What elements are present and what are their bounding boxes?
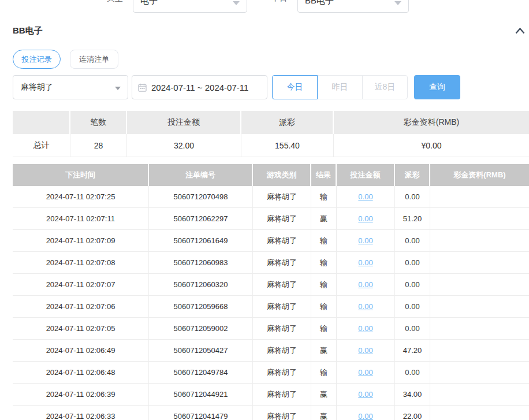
payout-cell: 0.00	[395, 362, 430, 384]
bonus-cell	[430, 186, 529, 208]
bet-amount-link[interactable]: 0.00	[358, 280, 372, 289]
result-cell: 输	[311, 186, 337, 208]
result-cell: 赢	[311, 384, 337, 406]
chevron-down-icon	[115, 87, 121, 90]
bet-amount-link[interactable]: 0.00	[358, 346, 372, 355]
type-select[interactable]: 电子	[133, 0, 247, 13]
bet-amount-link[interactable]: 0.00	[358, 390, 372, 399]
bet-amount-cell: 0.00	[337, 186, 395, 208]
table-row: 2024-07-11 02:07:095060712061649麻将胡了输0.0…	[13, 230, 529, 252]
result-cell: 赢	[311, 340, 337, 362]
payout-cell: 51.20	[395, 208, 430, 230]
bonus-cell	[430, 296, 529, 318]
date-range-input[interactable]: 2024-07-11 ~ 2024-07-11	[132, 75, 267, 99]
bet-amount-link[interactable]: 0.00	[358, 368, 372, 377]
game-type-cell: 麻将胡了	[253, 406, 311, 420]
header-result: 结果	[311, 164, 337, 186]
bet-time-cell: 2024-07-11 02:06:49	[13, 340, 149, 362]
game-type-cell: 麻将胡了	[253, 384, 311, 406]
last-8-days-button[interactable]: 近8日	[362, 75, 408, 99]
payout-cell: 0.00	[395, 230, 430, 252]
bonus-cell	[430, 384, 529, 406]
summary-header-count: 笔数	[70, 111, 127, 134]
header-bonus: 彩金资料(RMB)	[430, 164, 529, 186]
tab-cancelled-orders-label: 连消注单	[79, 54, 109, 65]
collapse-section-button[interactable]	[514, 25, 526, 36]
quick-date-group: 今日 昨日 近8日	[272, 75, 408, 99]
summary-total-payout: 155.40	[241, 134, 334, 157]
summary-table: 笔数 投注金额 派彩 彩金资料(RMB) 总计 28 32.00 155.40 …	[13, 111, 529, 157]
bet-amount-cell: 0.00	[337, 340, 395, 362]
payout-cell: 0.00	[395, 252, 430, 274]
order-no-cell: 5060712070498	[149, 186, 253, 208]
search-button[interactable]: 查询	[414, 75, 460, 99]
game-type-cell: 麻将胡了	[253, 296, 311, 318]
result-cell: 输	[311, 252, 337, 274]
result-cell: 输	[311, 274, 337, 296]
bonus-cell	[430, 252, 529, 274]
bet-amount-link[interactable]: 0.00	[358, 236, 372, 245]
tab-cancelled-orders[interactable]: 连消注单	[70, 50, 118, 69]
header-bet-time: 下注时间	[13, 164, 149, 186]
order-no-cell: 5060712059002	[149, 318, 253, 340]
game-type-cell: 麻将胡了	[253, 274, 311, 296]
bonus-cell	[430, 208, 529, 230]
bet-amount-link[interactable]: 0.00	[358, 324, 372, 333]
header-game-type: 游戏类别	[253, 164, 311, 186]
payout-cell: 47.20	[395, 340, 430, 362]
bet-amount-link[interactable]: 0.00	[358, 192, 372, 201]
bet-amount-cell: 0.00	[337, 208, 395, 230]
bet-time-cell: 2024-07-11 02:07:06	[13, 296, 149, 318]
game-type-cell: 麻将胡了	[253, 230, 311, 252]
result-cell: 输	[311, 296, 337, 318]
bet-records-page: 类型 电子 平台 BB电子 BB电子 投注记录 连消注单 麻将胡了	[0, 0, 529, 420]
bet-table-body: 2024-07-11 02:07:255060712070498麻将胡了输0.0…	[13, 186, 529, 420]
summary-total-count: 28	[70, 134, 127, 157]
payout-cell: 22.00	[395, 406, 430, 420]
bet-amount-link[interactable]: 0.00	[358, 302, 372, 311]
payout-cell: 0.00	[395, 274, 430, 296]
summary-total-bonus: ¥0.00	[334, 134, 529, 157]
order-no-cell: 5060712059668	[149, 296, 253, 318]
yesterday-button[interactable]: 昨日	[317, 75, 363, 99]
game-type-cell: 麻将胡了	[253, 186, 311, 208]
result-cell: 赢	[311, 406, 337, 420]
table-row: 2024-07-11 02:06:335060712041479麻将胡了赢0.0…	[13, 406, 529, 420]
bet-amount-link[interactable]: 0.00	[358, 214, 372, 223]
tab-bet-records-label: 投注记录	[22, 54, 52, 65]
bet-amount-link[interactable]: 0.00	[358, 258, 372, 267]
order-no-cell: 5060712041479	[149, 406, 253, 420]
bonus-cell	[430, 340, 529, 362]
platform-select[interactable]: BB电子	[297, 0, 409, 13]
game-type-cell: 麻将胡了	[253, 318, 311, 340]
game-type-cell: 麻将胡了	[253, 208, 311, 230]
calendar-icon	[138, 83, 147, 92]
platform-label: 平台	[271, 0, 288, 3]
bonus-cell	[430, 406, 529, 420]
bet-time-cell: 2024-07-11 02:07:08	[13, 252, 149, 274]
summary-header-bonus: 彩金资料(RMB)	[334, 111, 529, 134]
chevron-down-icon	[233, 1, 240, 5]
summary-total-bet-amount: 32.00	[127, 134, 241, 157]
order-no-cell: 5060712050427	[149, 340, 253, 362]
header-payout: 派彩	[395, 164, 430, 186]
order-no-cell: 5060712060983	[149, 252, 253, 274]
game-type-cell: 麻将胡了	[253, 362, 311, 384]
table-row: 2024-07-11 02:06:395060712044921麻将胡了赢0.0…	[13, 384, 529, 406]
game-type-cell: 麻将胡了	[253, 340, 311, 362]
bet-amount-link[interactable]: 0.00	[358, 412, 372, 420]
result-cell: 赢	[311, 208, 337, 230]
bet-table-header-row: 下注时间 注单编号 游戏类别 结果 投注金额 派彩 彩金资料(RMB)	[13, 164, 529, 186]
summary-header-bet-amount: 投注金额	[127, 111, 241, 134]
table-row: 2024-07-11 02:07:085060712060983麻将胡了输0.0…	[13, 252, 529, 274]
tab-bet-records[interactable]: 投注记录	[13, 50, 61, 69]
bonus-cell	[430, 318, 529, 340]
bet-time-cell: 2024-07-11 02:06:39	[13, 384, 149, 406]
bet-time-cell: 2024-07-11 02:07:05	[13, 318, 149, 340]
date-range-value: 2024-07-11 ~ 2024-07-11	[151, 83, 248, 92]
type-select-value: 电子	[140, 0, 158, 6]
bonus-cell	[430, 362, 529, 384]
table-row: 2024-07-11 02:07:255060712070498麻将胡了输0.0…	[13, 186, 529, 208]
game-select[interactable]: 麻将胡了	[13, 75, 128, 99]
today-button[interactable]: 今日	[272, 75, 318, 99]
